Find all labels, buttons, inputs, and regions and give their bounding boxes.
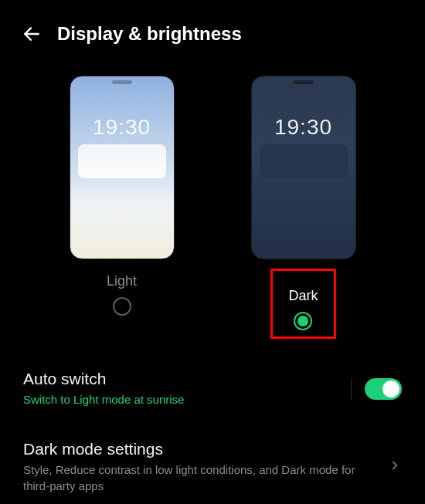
- light-label: Light: [107, 273, 137, 289]
- page-title: Display & brightness: [57, 23, 242, 45]
- dark-mode-settings-subtitle: Style, Reduce contrast in low light cond…: [23, 462, 372, 494]
- theme-option-light[interactable]: 19:30 Light: [66, 76, 178, 339]
- dark-mode-settings-row[interactable]: Dark mode settings Style, Reduce contras…: [0, 423, 425, 504]
- divider: [351, 378, 352, 400]
- dark-label: Dark: [288, 288, 318, 304]
- chevron-right-icon: [388, 458, 402, 475]
- auto-switch-title: Auto switch: [23, 370, 349, 388]
- theme-selector: 19:30 Light 19:30 Dark: [0, 76, 425, 339]
- dark-preview: 19:30: [251, 76, 356, 259]
- light-preview: 19:30: [70, 76, 175, 259]
- auto-switch-subtitle: Switch to Light mode at sunrise: [23, 391, 349, 408]
- auto-switch-toggle[interactable]: [365, 378, 402, 400]
- preview-time: 19:30: [252, 115, 355, 140]
- auto-switch-row[interactable]: Auto switch Switch to Light mode at sunr…: [0, 353, 425, 423]
- preview-time: 19:30: [70, 115, 174, 140]
- light-radio[interactable]: [113, 297, 131, 316]
- dark-radio[interactable]: [294, 312, 312, 330]
- dark-highlight: Dark: [270, 269, 335, 339]
- theme-option-dark[interactable]: 19:30 Dark: [247, 76, 359, 339]
- dark-mode-settings-title: Dark mode settings: [23, 440, 372, 458]
- back-arrow-icon[interactable]: [22, 24, 42, 44]
